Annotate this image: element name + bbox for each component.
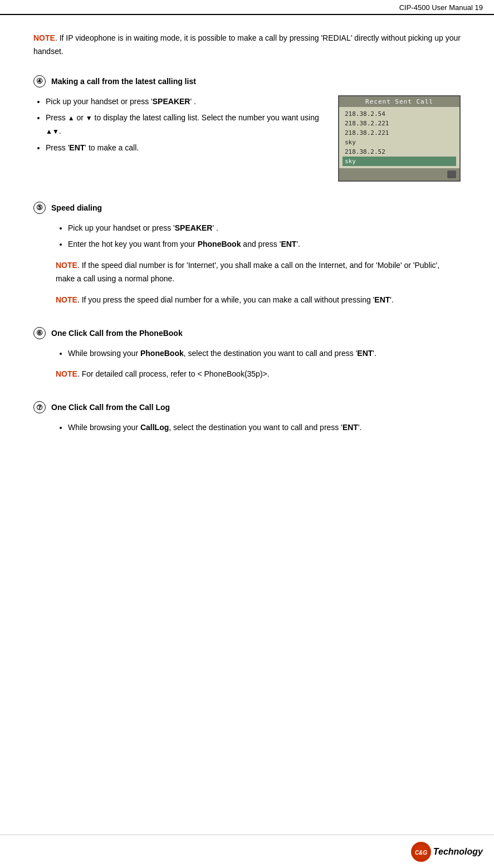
note-intro-text: . If IP videophone is in waiting mode, i… (33, 33, 461, 56)
note-intro-label: NOTE (33, 33, 55, 42)
section-7-number: ⑦ (33, 401, 46, 413)
list-item: Press ▲ or ▼ to display the latest calli… (46, 111, 327, 138)
phone-screen-row: 218.38.2.221 (343, 128, 456, 138)
logo-text: Technology (433, 847, 483, 857)
note-label: NOTE (56, 261, 77, 270)
phone-screen-row: 218.38.2.54 (343, 109, 456, 119)
phone-screen-footer (339, 168, 459, 181)
section-4-bullets: Pick up your handset or press 'SPEAKER' … (33, 95, 327, 155)
list-item: Enter the hot key you want from your Pho… (68, 238, 461, 251)
phone-screen-row: sky (343, 138, 456, 147)
phone-screen-rows: 218.38.2.54 218.38.2.221 218.38.2.221 sk… (339, 107, 459, 168)
section-5: ⑤ Speed dialing Pick up your handset or … (33, 202, 461, 307)
page-content: NOTE. If IP videophone is in waiting mod… (0, 15, 494, 499)
section-5-heading-row: ⑤ Speed dialing (33, 202, 461, 214)
section-6-title: One Click Call from the PhoneBook (51, 329, 183, 338)
section-6: ⑥ One Click Call from the PhoneBook Whil… (33, 327, 461, 382)
phone-screen: Recent Sent Call 218.38.2.54 218.38.2.22… (338, 95, 461, 182)
section-7: ⑦ One Click Call from the Call Log While… (33, 401, 461, 435)
list-item: Pick up your handset or press 'SPEAKER' … (68, 222, 461, 235)
logo-brand: Technology (433, 847, 483, 856)
list-item: While browsing your PhoneBook, select th… (68, 347, 461, 360)
phone-screen-title: Recent Sent Call (339, 96, 459, 107)
page-title: CIP-4500 User Manual 19 (399, 3, 483, 12)
section-4-body: Pick up your handset or press 'SPEAKER' … (33, 95, 461, 182)
section-5-note-1: NOTE. If the speed dial number is for 'I… (56, 259, 461, 286)
section-7-heading-row: ⑦ One Click Call from the Call Log (33, 401, 461, 413)
note-intro: NOTE. If IP videophone is in waiting mod… (33, 32, 461, 58)
section-6-body: While browsing your PhoneBook, select th… (56, 347, 461, 382)
section-5-note-2: NOTE. If you press the speed dial number… (56, 294, 461, 307)
section-7-body: While browsing your CallLog, select the … (56, 421, 461, 435)
section-4-image: Recent Sent Call 218.38.2.54 218.38.2.22… (338, 95, 461, 182)
section-5-title: Speed dialing (51, 203, 102, 212)
section-4-number: ④ (33, 75, 46, 87)
section-6-number: ⑥ (33, 327, 46, 339)
note-label: NOTE (56, 295, 77, 304)
phone-screen-row: 218.38.2.221 (343, 119, 456, 128)
svg-text:C&G: C&G (415, 850, 427, 856)
list-item: Press 'ENT' to make a call. (46, 142, 327, 155)
header: CIP-4500 User Manual 19 (0, 0, 494, 15)
phone-screen-row: 218.38.2.52 (343, 147, 456, 157)
section-5-bullets: Pick up your handset or press 'SPEAKER' … (56, 222, 461, 252)
phone-screen-footer-icon (447, 170, 456, 178)
section-7-bullets: While browsing your CallLog, select the … (56, 421, 461, 435)
logo-area: C&G Technology (411, 842, 483, 862)
list-item: Pick up your handset or press 'SPEAKER' … (46, 95, 327, 109)
section-5-body: Pick up your handset or press 'SPEAKER' … (56, 222, 461, 307)
section-6-bullets: While browsing your PhoneBook, select th… (56, 347, 461, 360)
note-label: NOTE (56, 369, 77, 378)
section-4-text: Pick up your handset or press 'SPEAKER' … (33, 95, 327, 182)
list-item: While browsing your CallLog, select the … (68, 421, 461, 435)
section-6-note: NOTE. For detailed call process, refer t… (56, 368, 461, 381)
section-4-heading-row: ④ Making a call from the latest calling … (33, 75, 461, 87)
section-4: ④ Making a call from the latest calling … (33, 75, 461, 182)
phone-screen-row-selected: sky (343, 157, 456, 166)
section-4-title: Making a call from the latest calling li… (51, 77, 196, 86)
section-6-heading-row: ⑥ One Click Call from the PhoneBook (33, 327, 461, 339)
footer: C&G Technology (0, 835, 494, 868)
section-5-number: ⑤ (33, 202, 46, 214)
section-7-title: One Click Call from the Call Log (51, 403, 170, 412)
logo-icon: C&G (411, 842, 431, 862)
